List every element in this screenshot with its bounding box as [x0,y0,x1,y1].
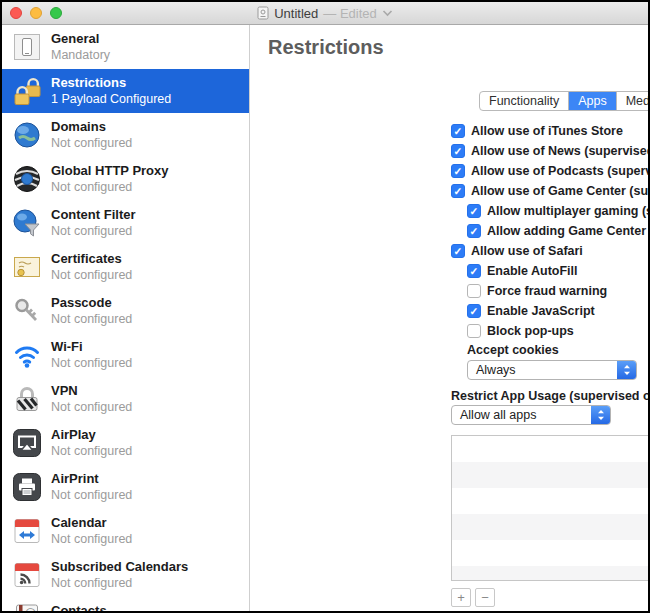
list-controls: + − [451,588,648,607]
sidebar-item-label: Content Filter [51,208,136,223]
sidebar-item-airprint[interactable]: AirPrint Not configured [2,465,249,509]
titlebar: Untitled — Edited [2,2,648,25]
airprint-icon [12,472,42,502]
sidebar-item-label: Global HTTP Proxy [51,164,169,179]
calendar-arrows-icon [12,516,42,546]
checkbox[interactable] [467,304,481,318]
checkbox-label: Block pop-ups [487,324,574,338]
sidebar-item-status: Not configured [51,444,132,458]
restrict-app-usage-value: Allow all apps [452,408,591,422]
sidebar-item-calendar[interactable]: Calendar Not configured [2,509,249,553]
sidebar-item-label: Restrictions [51,76,171,91]
restrictions-tabs: Functionality Apps Media [479,91,648,111]
add-app-button[interactable]: + [451,588,471,607]
sidebar-item-contacts[interactable]: @ Contacts Not configured [2,597,249,611]
sidebar-item-airplay[interactable]: AirPlay Not configured [2,421,249,465]
checkbox-row: Force fraud warning [467,281,648,301]
checkbox-label: Enable AutoFill [487,264,578,278]
sidebar-item-status: Not configured [51,532,132,546]
page-title: Restrictions [268,36,384,59]
checkbox-row: Allow use of Podcasts (supervised only) [451,161,648,181]
sidebar-item-restrictions[interactable]: Restrictions 1 Payload Configured [2,69,249,113]
sidebar-item-label: Passcode [51,296,132,311]
sidebar-item-label: Wi-Fi [51,340,132,355]
sidebar-item-certificates[interactable]: Certificates Not configured [2,245,249,289]
close-button[interactable] [10,7,22,19]
sidebar-item-wifi[interactable]: Wi-Fi Not configured [2,333,249,377]
accept-cookies-label: Accept cookies [467,341,648,360]
checkbox[interactable] [467,264,481,278]
wifi-icon [12,340,42,370]
sidebar-item-status: Not configured [51,312,132,326]
checkbox[interactable] [467,224,481,238]
checkbox-row: Enable AutoFill [467,261,648,281]
sidebar-item-label: Domains [51,120,132,135]
sidebar-item-status: Not configured [51,488,132,502]
checkbox-label: Allow use of Safari [471,244,583,258]
key-icon [12,296,42,326]
vpn-lock-icon [12,384,42,414]
document-icon [257,6,269,20]
sidebar-item-status: Not configured [51,576,188,590]
sidebar-item-status: Mandatory [51,48,110,62]
sidebar-item-domains[interactable]: Domains Not configured [2,113,249,157]
remove-app-button[interactable]: − [475,588,495,607]
sidebar-item-status: Not configured [51,400,132,414]
checkbox-row: Allow multiplayer gaming (supervised onl… [467,201,648,221]
sidebar-item-label: Calendar [51,516,132,531]
checkbox-label: Allow use of Podcasts (supervised only) [471,164,648,178]
checkbox-row: Enable JavaScript [467,301,648,321]
checkbox-label: Force fraud warning [487,284,607,298]
checkbox-label: Allow multiplayer gaming (supervised onl… [487,204,648,218]
app-list[interactable] [451,435,648,581]
sidebar-item-vpn[interactable]: VPN Not configured [2,377,249,421]
app-window: Untitled — Edited General Mandatory Rest… [0,0,650,613]
payload-sidebar: General Mandatory Restrictions 1 Payload… [2,25,250,611]
checkbox[interactable] [451,244,465,258]
sidebar-item-subscribed-calendars[interactable]: Subscribed Calendars Not configured [2,553,249,597]
sidebar-item-label: General [51,32,110,47]
accept-cookies-select[interactable]: Always [467,360,637,380]
checkbox-row: Allow use of Safari [451,241,648,261]
minimize-button[interactable] [30,7,42,19]
sidebar-item-global-http-proxy[interactable]: Global HTTP Proxy Not configured [2,157,249,201]
checkbox[interactable] [451,124,465,138]
tab-media[interactable]: Media [617,92,648,110]
sidebar-item-general[interactable]: General Mandatory [2,25,249,69]
sidebar-item-status: Not configured [51,268,132,282]
checkbox-label: Allow adding Game Center friends (superv… [487,224,648,238]
checkbox[interactable] [451,184,465,198]
checkbox[interactable] [451,144,465,158]
globe-stripes-icon [12,164,42,194]
restrict-app-usage-label: Restrict App Usage (supervised only) [451,388,648,405]
sidebar-item-label: Contacts [51,604,132,611]
edited-badge: — Edited [323,6,376,21]
airplay-icon [12,428,42,458]
sidebar-item-content-filter[interactable]: Content Filter Not configured [2,201,249,245]
sidebar-item-passcode[interactable]: Passcode Not configured [2,289,249,333]
checkbox[interactable] [451,164,465,178]
contacts-book-icon: @ [12,604,42,611]
restrictions-panel: Restrictions Functionality Apps Media Al… [250,25,648,611]
checkbox-list: Allow use of iTunes Store Allow use of N… [451,121,648,341]
sidebar-item-status: Not configured [51,136,132,150]
checkbox[interactable] [467,324,481,338]
zoom-button[interactable] [50,7,62,19]
tab-apps[interactable]: Apps [569,92,617,110]
window-title: Untitled [274,6,318,21]
title-chevron-down-icon[interactable] [382,9,393,17]
window-title-group: Untitled — Edited [2,2,648,24]
checkbox-label: Allow use of iTunes Store [471,124,623,138]
sidebar-item-label: Subscribed Calendars [51,560,188,575]
sidebar-item-label: VPN [51,384,132,399]
sidebar-item-status: Not configured [51,224,136,238]
checkbox-row: Allow use of iTunes Store [451,121,648,141]
checkbox[interactable] [467,284,481,298]
locks-icon [12,76,42,106]
globe-icon [12,120,42,150]
sidebar-item-status: 1 Payload Configured [51,92,171,106]
sidebar-item-label: AirPrint [51,472,132,487]
tab-functionality[interactable]: Functionality [480,92,569,110]
checkbox[interactable] [467,204,481,218]
restrict-app-usage-select[interactable]: Allow all apps [451,405,611,425]
